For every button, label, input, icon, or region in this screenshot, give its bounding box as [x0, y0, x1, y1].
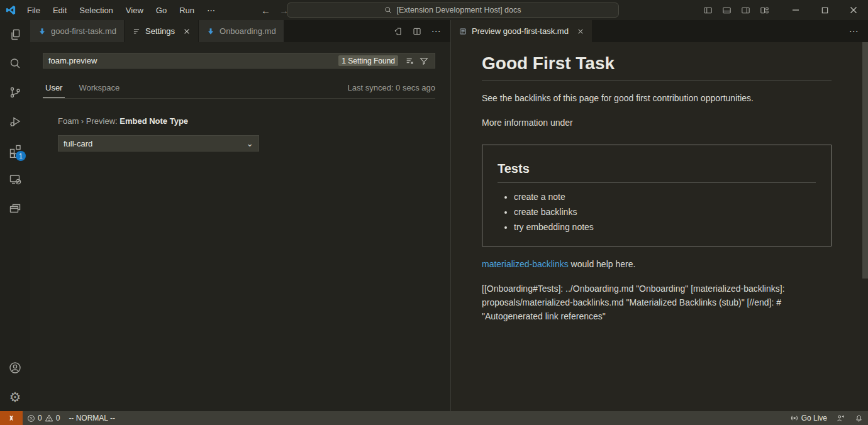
menu-bar: File Edit Selection View Go Run ⋯ [21, 3, 221, 18]
embedded-note-title: Tests [498, 162, 816, 183]
tabbar-left: good-first-task.md Settings Onboarding.m… [30, 20, 450, 42]
setting-category: Foam › Preview: [58, 116, 120, 126]
open-settings-json-icon[interactable] [390, 23, 406, 40]
settings-tune-icon [132, 27, 141, 36]
menu-selection[interactable]: Selection [74, 3, 118, 18]
tab-label: good-first-task.md [51, 26, 116, 36]
last-synced-label: Last synced: 0 secs ago [348, 83, 435, 92]
toggle-secondary-sidebar-icon[interactable] [736, 0, 755, 20]
editor-actions-right: ⋯ [845, 20, 868, 42]
tabbar-right: Preview good-first-task.md ⋯ [451, 20, 868, 42]
tab-onboarding[interactable]: Onboarding.md [199, 20, 284, 42]
markdown-preview-icon [459, 27, 467, 36]
problems-indicator[interactable]: 0 0 [23, 411, 64, 425]
markdown-file-icon [206, 27, 215, 36]
chevron-down-icon: ⌄ [246, 138, 253, 148]
close-tab-icon[interactable] [577, 28, 584, 35]
list-item: create a note [514, 192, 816, 202]
go-live-label: Go Live [801, 414, 827, 422]
embedded-note-list: create a note create backlinks try embed… [498, 192, 816, 232]
warning-icon [45, 414, 53, 422]
go-live-button[interactable]: Go Live [786, 411, 832, 425]
settings-search-value: foam.preview [48, 56, 338, 65]
status-bar: 0 0 -- NORMAL -- Go Live [0, 411, 868, 425]
tab-label: Settings [145, 26, 175, 36]
toggle-panel-icon[interactable] [717, 0, 736, 20]
settings-editor: foam.preview 1 Setting Found User Worksp… [30, 42, 450, 411]
title-bar: File Edit Selection View Go Run ⋯ ← → [E… [0, 0, 868, 20]
search-view-icon[interactable] [0, 49, 30, 78]
error-count: 0 [38, 414, 42, 422]
remote-explorer-icon[interactable] [0, 165, 30, 194]
preview-link-paragraph: materialized-backlinks would help here. [482, 257, 832, 271]
vscode-logo-icon [0, 4, 21, 16]
preview-paragraph: See the backlinks of this page for good … [482, 91, 832, 105]
setting-name: Embed Note Type [120, 116, 188, 126]
source-control-icon[interactable] [0, 78, 30, 107]
error-icon [27, 414, 35, 422]
remote-indicator[interactable] [0, 411, 23, 425]
command-center-search[interactable]: [Extension Development Host] docs [287, 3, 619, 18]
menu-edit[interactable]: Edit [47, 3, 72, 18]
close-tab-icon[interactable] [183, 28, 191, 35]
embed-note-type-select[interactable]: full-card ⌄ [58, 135, 259, 152]
notifications-bell-icon[interactable] [850, 411, 868, 425]
more-actions-icon[interactable]: ⋯ [845, 23, 862, 40]
settings-results-badge: 1 Setting Found [338, 55, 398, 66]
broadcast-icon [790, 414, 799, 422]
command-center-label: [Extension Development Host] docs [396, 6, 521, 14]
maximize-button[interactable] [810, 0, 839, 20]
history-navigation: ← → [261, 5, 289, 16]
menu-view[interactable]: View [120, 3, 149, 18]
markdown-file-icon [38, 27, 47, 36]
extensions-badge: 1 [16, 151, 26, 161]
menu-go[interactable]: Go [150, 3, 172, 18]
account-icon[interactable] [0, 353, 30, 382]
scope-tab-user[interactable]: User [43, 77, 65, 98]
materialized-backlinks-link[interactable]: materialized-backlinks [482, 259, 569, 269]
windows-view-icon[interactable] [0, 194, 30, 223]
selected-value: full-card [64, 139, 92, 148]
scope-tab-workspace[interactable]: Workspace [76, 77, 122, 98]
menu-overflow-icon[interactable]: ⋯ [201, 3, 221, 18]
split-editor-icon[interactable] [409, 23, 425, 40]
tab-label: Onboarding.md [220, 26, 276, 36]
close-window-button[interactable] [839, 0, 868, 20]
settings-gear-icon[interactable]: ⚙ [0, 382, 30, 411]
link-references-paragraph: [[Onboarding#Tests]: ../Onboarding.md "O… [482, 282, 832, 323]
embedded-note-card: Tests create a note create backlinks try… [482, 145, 832, 246]
tab-good-first-task[interactable]: good-first-task.md [30, 20, 125, 42]
extensions-icon[interactable]: 1 [0, 136, 30, 165]
remote-icon [7, 414, 16, 422]
preview-scrollbar[interactable] [862, 42, 868, 279]
settings-scope-tabs: User Workspace Last synced: 0 secs ago [43, 77, 435, 99]
editor-actions-left: ⋯ [390, 20, 450, 42]
feedback-button[interactable] [832, 411, 850, 425]
list-item: try embedding notes [514, 222, 816, 232]
preview-paragraph: More information under [482, 116, 832, 130]
search-icon [384, 6, 392, 14]
settings-search-input[interactable]: foam.preview 1 Setting Found [43, 53, 435, 69]
clear-settings-search-icon[interactable] [403, 54, 417, 68]
titlebar-controls [698, 0, 868, 20]
toggle-primary-sidebar-icon[interactable] [698, 0, 717, 20]
setting-foam-preview-embed-note-type: Foam › Preview: Embed Note Type full-car… [58, 116, 259, 152]
minimize-button[interactable] [781, 0, 810, 20]
setting-title: Foam › Preview: Embed Note Type [58, 116, 259, 126]
vim-mode-text: -- NORMAL -- [69, 414, 115, 422]
back-arrow-icon[interactable]: ← [261, 5, 270, 16]
explorer-icon[interactable] [0, 20, 30, 49]
filter-settings-icon[interactable] [417, 54, 431, 68]
activity-bar: 1 ⚙ [0, 20, 30, 411]
link-suffix-text: would help here. [569, 259, 636, 269]
menu-run[interactable]: Run [174, 3, 200, 18]
customize-layout-icon[interactable] [755, 0, 774, 20]
run-debug-icon[interactable] [0, 107, 30, 136]
menu-file[interactable]: File [21, 3, 46, 18]
warning-count: 0 [56, 414, 60, 422]
more-actions-icon[interactable]: ⋯ [428, 23, 444, 40]
tab-preview-good-first-task[interactable]: Preview good-first-task.md [451, 20, 593, 42]
tab-settings[interactable]: Settings [125, 20, 199, 42]
feedback-person-icon [836, 414, 845, 423]
editor-group-left: good-first-task.md Settings Onboarding.m… [30, 20, 450, 411]
